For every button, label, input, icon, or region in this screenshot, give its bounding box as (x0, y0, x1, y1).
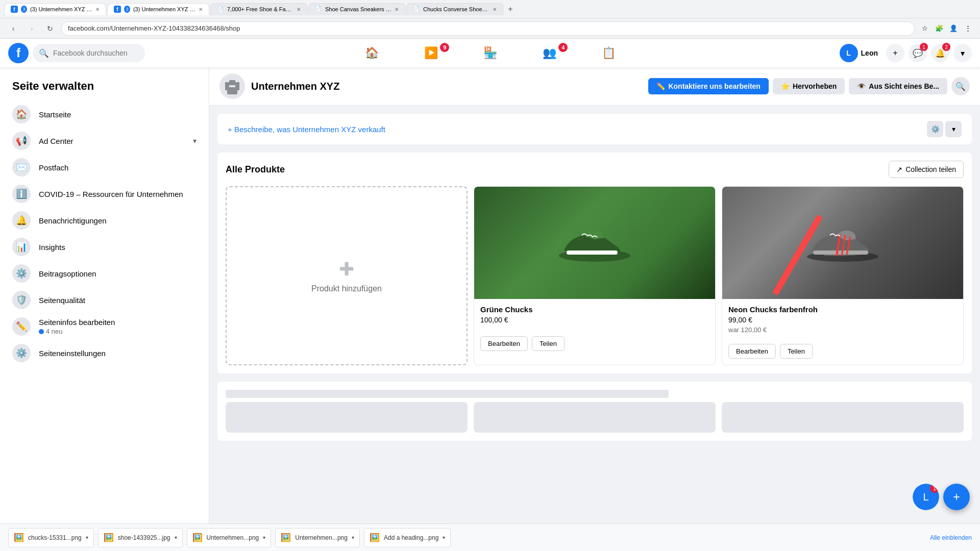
settings-gear-button[interactable]: ⚙️ (927, 121, 943, 137)
sidebar-item-seiteninfos[interactable]: ✏️ Seiteninfos bearbeiten 4 neu (4, 313, 205, 340)
download-show-all[interactable]: Alle einblenden (930, 534, 972, 541)
product-image-2 (722, 187, 963, 299)
tabs-container: f 3 (3) Unternehmen XYZ | Fac... ✕ f 3 (… (4, 3, 976, 15)
sidebar-label-startseite: Startseite (39, 110, 197, 119)
nav-video[interactable]: ▶️ 9 (402, 41, 459, 65)
fb-search-container[interactable]: 🔍 (33, 44, 145, 62)
fb-logo[interactable]: f (8, 43, 29, 63)
new-tab-button[interactable]: + (504, 3, 517, 15)
describe-settings: ⚙️ ▾ (927, 121, 962, 137)
describe-link[interactable]: + Beschreibe, was Unternehmen XYZ verkau… (228, 125, 385, 134)
download-chevron-3[interactable]: ▾ (263, 535, 265, 540)
tab-5[interactable]: 📄 Chucks Converse Shoes – Fre... ✕ (406, 3, 503, 15)
sidebar-item-covid[interactable]: ℹ️ COVID-19 – Ressourcen für Unternehmen (4, 181, 205, 207)
view-as-button[interactable]: 👁️ Aus Sicht eines Be... (849, 78, 947, 94)
address-bar-row: ‹ › ↻ facebook.com/Unternehmen-XYZ-10433… (0, 18, 980, 39)
chat-button[interactable]: L 1 (913, 484, 939, 510)
sidebar-item-insights[interactable]: 📊 Insights (4, 234, 205, 260)
download-item-2[interactable]: 🖼️ shoe-1433925...jpg ▾ (98, 528, 183, 547)
bookmark-icon[interactable]: ☆ (919, 22, 931, 35)
settings-chevron-button[interactable]: ▾ (945, 121, 962, 137)
benachrichtigungen-icon: 🔔 (12, 211, 31, 230)
tab-label-5: Chucks Converse Shoes – Fre... (423, 6, 489, 12)
nav-groups[interactable]: 👥 4 (521, 41, 578, 65)
download-chevron-5[interactable]: ▾ (443, 535, 445, 540)
sidebar-item-seiteneinstellungen[interactable]: ⚙️ Seiteneinstellungen (4, 340, 205, 366)
edit-product-2-button[interactable]: Bearbeiten (728, 344, 776, 359)
chevron-down-icon: ▾ (961, 48, 965, 58)
notifications-button[interactable]: 🔔 2 (931, 44, 949, 62)
product-info-2: Neon Chucks farbenfroh 99,00 € war 120,0… (722, 299, 963, 340)
marketplace-icon: 🏪 (483, 46, 497, 60)
messenger-badge: 1 (920, 43, 928, 51)
tab-3[interactable]: 📄 7,000+ Free Shoe & Fashion ... ✕ (210, 3, 307, 15)
seiteneinstellungen-icon: ⚙️ (12, 344, 31, 362)
search-input[interactable] (53, 49, 139, 57)
svg-rect-2 (225, 82, 229, 90)
product-price-2: 99,00 € (728, 316, 957, 324)
sidebar-item-startseite[interactable]: 🏠 Startseite (4, 101, 205, 128)
add-product-card[interactable]: ✚ Produkt hinzufügen (226, 186, 468, 365)
products-section-title: Alle Produkte (226, 164, 285, 175)
tab-close-3[interactable]: ✕ (297, 7, 301, 12)
video-icon: ▶️ (424, 46, 438, 60)
edit-contact-button[interactable]: ✏️ Kontaktiere uns bearbeiten (648, 78, 769, 94)
collection-share-button[interactable]: ↗ Collection teilen (889, 161, 964, 178)
add-button[interactable]: + (886, 44, 904, 62)
extensions-icon[interactable]: 🧩 (933, 22, 945, 35)
seiteninfos-badge-group: 4 neu (39, 328, 197, 335)
download-icon-5: 🖼️ (370, 533, 380, 542)
tab-favicon-4: 📄 (315, 6, 322, 13)
startseite-icon: 🏠 (12, 105, 31, 123)
download-chevron-4[interactable]: ▾ (352, 535, 354, 540)
search-page-button[interactable]: 🔍 (951, 77, 970, 95)
username-label: Leon (861, 49, 878, 57)
edit-product-1-button[interactable]: Bearbeiten (480, 336, 528, 351)
search-icon: 🔍 (955, 82, 966, 91)
menu-icon[interactable]: ⋮ (962, 22, 974, 35)
download-item-3[interactable]: 🖼️ Unternehmen...png ▾ (187, 528, 272, 547)
download-chevron-2[interactable]: ▾ (175, 535, 177, 540)
share-product-1-button[interactable]: Teilen (532, 336, 565, 351)
profile-icon[interactable]: 👤 (947, 22, 960, 35)
sidebar-item-seitenqualitaet[interactable]: 🛡️ Seitenqualität (4, 287, 205, 313)
refresh-button[interactable]: ↻ (43, 21, 57, 36)
download-icon-1: 🖼️ (14, 533, 24, 542)
fab-button[interactable]: + (943, 484, 970, 510)
tab-close-5[interactable]: ✕ (493, 7, 497, 12)
tab-1[interactable]: f 3 (3) Unternehmen XYZ | Fac... ✕ (4, 3, 106, 15)
download-item-4[interactable]: 🖼️ Unternehmen...png ▾ (275, 528, 360, 547)
nav-pages[interactable]: 📋 (580, 41, 637, 65)
highlight-button[interactable]: ⭐ Hervorheben (773, 78, 845, 94)
sidebar-item-postfach[interactable]: ✉️ Postfach (4, 154, 205, 181)
download-bar: 🖼️ chucks-15331...png ▾ 🖼️ shoe-1433925.… (0, 523, 980, 551)
product-info-1: Grüne Chucks 100,00 € (474, 299, 715, 332)
page-header-actions: ✏️ Kontaktiere uns bearbeiten ⭐ Hervorhe… (648, 77, 970, 95)
tab-2[interactable]: f 3 (3) Unternehmen XYZ | Fac... ✕ (107, 3, 209, 15)
download-item-5[interactable]: 🖼️ Add a heading...png ▾ (364, 528, 451, 547)
user-profile-button[interactable]: L Leon (836, 42, 882, 64)
messenger-button[interactable]: 💬 1 (909, 44, 927, 62)
tab-close-4[interactable]: ✕ (395, 7, 399, 12)
download-item-1[interactable]: 🖼️ chucks-15331...png ▾ (8, 528, 94, 547)
facebook-nav: f 🔍 🏠 ▶️ 9 🏪 👥 4 📋 L Leon + (0, 39, 980, 67)
forward-button[interactable]: › (24, 21, 39, 36)
sidebar-item-beitragsoptionen[interactable]: ⚙️ Beitragsoptionen (4, 260, 205, 287)
tab-close-1[interactable]: ✕ (95, 7, 100, 12)
content-area: Unternehmen XYZ ✏️ Kontaktiere uns bearb… (209, 67, 980, 551)
share-product-2-button[interactable]: Teilen (780, 344, 813, 359)
sidebar-item-adcenter[interactable]: 📢 Ad Center ▾ (4, 128, 205, 154)
nav-home[interactable]: 🏠 (343, 41, 400, 65)
back-button[interactable]: ‹ (6, 21, 20, 36)
tab-4[interactable]: 📄 Shoe Canvas Sneakers – Free... ✕ (308, 3, 405, 15)
seitenqualitaet-icon: 🛡️ (12, 291, 31, 309)
sidebar-item-benachrichtigungen[interactable]: 🔔 Benachrichtigungen (4, 207, 205, 234)
loading-row (226, 402, 964, 433)
download-icon-4: 🖼️ (281, 533, 291, 542)
nav-marketplace[interactable]: 🏪 (461, 41, 519, 65)
address-bar[interactable]: facebook.com/Unternehmen-XYZ-10433823463… (61, 21, 915, 36)
tab-close-2[interactable]: ✕ (199, 7, 203, 12)
download-chevron-1[interactable]: ▾ (86, 535, 88, 540)
seiteninfos-badge-dot (39, 329, 44, 334)
settings-dropdown-button[interactable]: ▾ (953, 44, 972, 62)
